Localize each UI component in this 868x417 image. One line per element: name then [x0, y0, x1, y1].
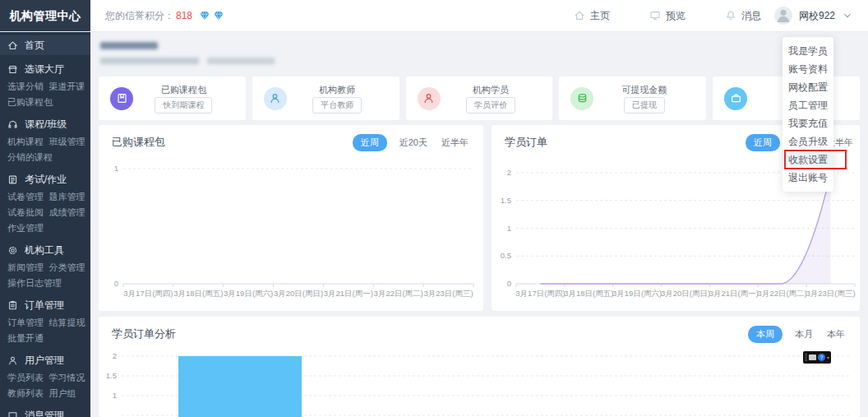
user-menu-item[interactable]: 退出账号 — [783, 169, 833, 187]
sidebar-sublinks: 机构课程班级管理分销的课程 — [0, 134, 90, 165]
collapse-icon: ▾ — [827, 355, 829, 360]
sidebar-item-label: 订单管理 — [25, 295, 64, 315]
topnav-item-0[interactable]: 主页 — [574, 9, 610, 23]
svg-text:3月20日(周日): 3月20日(周日) — [661, 289, 710, 298]
sidebar-sublinks: 新闻管理分类管理操作日志管理 — [0, 260, 90, 291]
sidebar-item-1[interactable]: 选课大厅 — [0, 59, 90, 79]
home-icon — [574, 10, 585, 21]
topnav-item-1[interactable]: 预览 — [649, 9, 686, 23]
svg-text:3月17日(周四): 3月17日(周四) — [123, 289, 173, 298]
sidebar-link[interactable]: 分类管理 — [49, 260, 91, 276]
chart-range-tab[interactable]: 本月 — [793, 326, 815, 343]
sidebar-item-7[interactable]: 消息管理 — [0, 405, 90, 417]
sidebar-link[interactable]: 试卷批阅 — [7, 205, 49, 220]
gear-icon — [7, 245, 18, 256]
user-menu-trigger[interactable]: 网校922 — [774, 0, 853, 31]
redacted-text-line — [100, 58, 199, 64]
sidebar-link[interactable]: 结算提现 — [49, 315, 91, 331]
svg-text:3月19日(周六): 3月19日(周六) — [612, 289, 662, 298]
monitor-icon — [649, 10, 661, 21]
sidebar-link[interactable]: 机构课程 — [7, 134, 49, 150]
user-name[interactable]: 网校922 — [799, 9, 835, 23]
sidebar-link[interactable]: 渠道开课 — [49, 79, 91, 95]
svg-text:3月18日(周五): 3月18日(周五) — [173, 289, 223, 298]
sidebar-link[interactable]: 已购课程包 — [7, 95, 49, 110]
summary-cards: 已购课程包快到期课程机构教师平台教师机构学员学员评价可提现金额已提现 — [99, 76, 860, 120]
user-menu-item[interactable]: 我要充值 — [783, 114, 833, 132]
sidebar-link[interactable]: 用户组 — [49, 386, 91, 401]
svg-text:0: 0 — [114, 279, 118, 288]
svg-text:3月22日(周二): 3月22日(周二) — [374, 289, 423, 298]
chart-range-tab[interactable]: 近半年 — [440, 134, 470, 151]
card-button[interactable]: 平台教师 — [312, 97, 362, 114]
order-analysis-chart: 21.51 — [99, 317, 860, 417]
chart-range-tab[interactable]: 近周 — [746, 134, 780, 151]
sidebar-item-label: 用户管理 — [25, 350, 64, 370]
sidebar-item-0[interactable]: 首页 — [0, 35, 90, 55]
sidebar-link[interactable]: 试卷管理 — [7, 189, 49, 205]
sidebar-link[interactable]: 分销的课程 — [7, 150, 49, 165]
svg-text:3月17日(周四): 3月17日(周四) — [515, 289, 565, 298]
sidebar-link[interactable]: 学员列表 — [7, 370, 49, 386]
topnav-item-2[interactable]: 消息 — [725, 9, 761, 23]
sidebar-link[interactable]: 订单管理 — [7, 315, 49, 331]
user-menu-item[interactable]: 网校配置 — [783, 78, 833, 96]
user-menu-item[interactable]: 员工管理 — [783, 96, 833, 114]
student-icon — [422, 92, 435, 104]
order-icon — [7, 300, 18, 311]
sidebar-link[interactable]: 操作日志管理 — [7, 276, 49, 291]
chart-range-tab[interactable]: 本年 — [825, 326, 847, 343]
svg-text:2: 2 — [507, 168, 511, 177]
svg-text:3月21日(周一): 3月21日(周一) — [324, 289, 373, 298]
card-title: 机构教师 — [319, 84, 355, 95]
sidebar-link[interactable]: 作业管理 — [7, 220, 49, 236]
sidebar-link[interactable]: 题库管理 — [49, 189, 91, 205]
sidebar-item-5[interactable]: 订单管理 — [0, 295, 90, 315]
sidebar-link[interactable]: 班级管理 — [49, 134, 91, 150]
svg-text:2: 2 — [113, 351, 117, 360]
sidebar-link[interactable]: 教师列表 — [7, 386, 49, 401]
sidebar-link[interactable]: 成绩管理 — [49, 205, 91, 220]
drag-handle-icon — [805, 354, 807, 361]
sidebar-link[interactable]: 批量开通 — [7, 331, 49, 346]
app-logo: 机构管理中心 — [0, 0, 90, 31]
chart-range-tab[interactable]: 本周 — [748, 326, 783, 343]
svg-text:1: 1 — [507, 224, 511, 233]
credit-value: 818 — [176, 0, 192, 31]
chart-range-tab[interactable]: 近20天 — [398, 134, 429, 151]
svg-text:1: 1 — [114, 164, 118, 173]
card-button[interactable]: 学员评价 — [466, 97, 515, 114]
user-menu-item[interactable]: 账号资料 — [783, 60, 833, 78]
sidebar-item-6[interactable]: 用户管理 — [0, 350, 90, 370]
svg-text:3月18日(周五): 3月18日(周五) — [564, 289, 613, 298]
sidebar-link[interactable]: 学习情况 — [49, 370, 91, 386]
card-title: 机构学员 — [473, 84, 509, 95]
card-button[interactable]: 快到期课程 — [155, 97, 212, 114]
capture-button-icon — [809, 354, 816, 360]
credit-score: 您的信誉积分： 818 — [105, 0, 224, 31]
panel-purchased-packages: 已购课程包 近周近20天近半年 013月17日(周四)3月18日(周五)3月19… — [99, 125, 483, 311]
headset-icon — [7, 119, 18, 130]
chart-range-tab[interactable]: 近周 — [353, 134, 387, 151]
redacted-text-line — [207, 58, 275, 64]
svg-text:3月20日(周日): 3月20日(周日) — [274, 289, 323, 298]
user-menu-item[interactable]: 我是学员 — [783, 42, 833, 60]
sidebar-item-2[interactable]: 课程/班级 — [0, 114, 90, 134]
summary-card-1: 机构教师平台教师 — [252, 76, 399, 120]
topnav-label: 主页 — [590, 9, 610, 23]
sidebar-link[interactable]: 选课分销 — [7, 79, 49, 95]
avatar[interactable] — [774, 7, 792, 25]
panel-order-analysis: 学员订单分析 本周本月本年 21.51 — [99, 317, 860, 417]
top-nav: 主页预览消息 — [574, 0, 761, 31]
panel-title: 已购课程包 — [112, 135, 165, 150]
card-button[interactable]: 已提现 — [624, 97, 665, 114]
sidebar-item-3[interactable]: 考试/作业 — [0, 169, 90, 189]
svg-text:3月21日(周一): 3月21日(周一) — [709, 289, 759, 298]
panel-title: 学员订单 — [505, 135, 547, 150]
capture-widget: ? ▾ — [803, 351, 831, 364]
sidebar-item-4[interactable]: 机构工具 — [0, 240, 90, 260]
briefcase-icon — [730, 92, 742, 104]
message-icon — [7, 410, 18, 417]
sidebar-link[interactable]: 新闻管理 — [7, 260, 49, 276]
user-menu-item[interactable]: 会员升级 — [783, 132, 833, 151]
